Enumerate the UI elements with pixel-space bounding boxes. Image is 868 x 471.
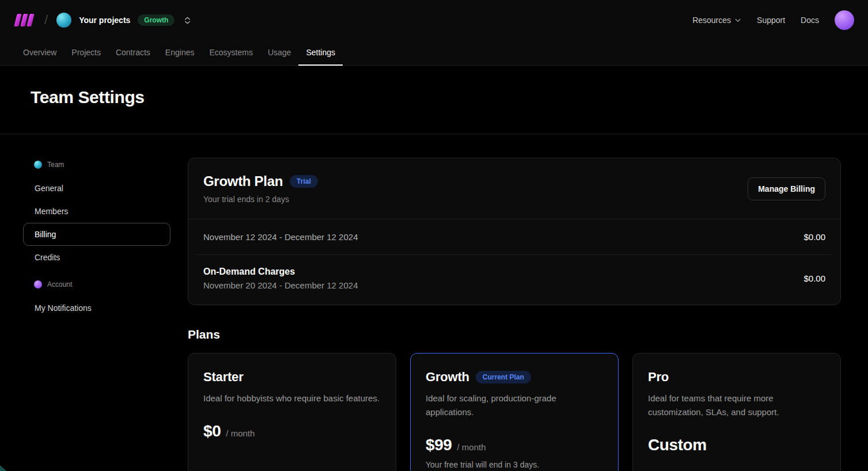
- on-demand-range: November 20 2024 - December 12 2024: [203, 280, 358, 290]
- docs-link[interactable]: Docs: [801, 16, 819, 25]
- on-demand-title: On-Demand Charges: [203, 267, 358, 277]
- main-tabbar: Overview Projects Contracts Engines Ecos…: [0, 40, 868, 66]
- topbar: / Your projects Growth Resources Support…: [0, 0, 868, 40]
- trial-ends-note: Your trial ends in 2 days: [203, 195, 318, 204]
- sidebar-item-my-notifications[interactable]: My Notifications: [23, 297, 170, 320]
- on-demand-info: On-Demand Charges November 20 2024 - Dec…: [203, 267, 358, 290]
- plan-name-row: Pro: [648, 370, 825, 385]
- plan-price-row-starter: $0 / month: [203, 422, 381, 440]
- resources-label: Resources: [692, 16, 731, 25]
- current-plan-badge: Current Plan: [476, 371, 531, 383]
- topbar-nav: Resources Support Docs: [692, 10, 854, 30]
- plan-price-row-growth: $99 / month: [426, 436, 603, 454]
- trial-badge: Trial: [290, 175, 318, 188]
- plan-card-growth: Growth Current Plan Ideal for scaling, p…: [410, 353, 619, 471]
- resources-menu[interactable]: Resources: [692, 16, 741, 25]
- settings-sidebar: Team General Members Billing Credits Acc…: [23, 158, 170, 471]
- sidebar-group-team: Team: [23, 158, 170, 172]
- page-title: Team Settings: [31, 88, 868, 107]
- plan-name-pro: Pro: [648, 370, 669, 385]
- sidebar-group-account: Account: [23, 278, 170, 291]
- tab-projects[interactable]: Projects: [64, 40, 108, 66]
- team-group-label: Team: [47, 161, 64, 169]
- team-name[interactable]: Your projects: [79, 16, 130, 25]
- plans-grid: Starter Ideal for hobbyists who require …: [188, 353, 841, 471]
- plan-price-pro: Custom: [648, 436, 707, 454]
- page-title-band: Team Settings: [0, 66, 868, 134]
- account-dot-icon: [34, 280, 42, 288]
- billing-main: Growth Plan Trial Your trial ends in 2 d…: [188, 158, 841, 471]
- team-plan-badge: Growth: [138, 14, 175, 26]
- plan-name-row: Growth Current Plan: [426, 370, 603, 385]
- tab-usage[interactable]: Usage: [260, 40, 298, 66]
- plan-per-growth: / month: [457, 442, 486, 452]
- current-plan-title: Growth Plan: [203, 173, 283, 189]
- plan-name-row: Starter: [203, 370, 381, 385]
- on-demand-amount: $0.00: [803, 274, 825, 283]
- plan-trial-note-growth: Your free trial will end in 3 days.: [426, 460, 603, 469]
- tab-overview[interactable]: Overview: [16, 40, 64, 66]
- plan-name-starter: Starter: [203, 370, 244, 385]
- chevrons-up-down-icon[interactable]: [183, 16, 192, 25]
- on-demand-charges-row: On-Demand Charges November 20 2024 - Dec…: [188, 255, 840, 305]
- plan-price-growth: $99: [426, 436, 452, 454]
- plan-card-starter: Starter Ideal for hobbyists who require …: [188, 353, 396, 471]
- plan-card-pro: Pro Ideal for teams that require more cu…: [632, 353, 841, 471]
- sidebar-item-billing[interactable]: Billing: [23, 223, 170, 246]
- tab-settings[interactable]: Settings: [298, 40, 343, 66]
- sidebar-item-general[interactable]: General: [23, 177, 170, 200]
- support-link[interactable]: Support: [757, 16, 785, 25]
- sidebar-item-members[interactable]: Members: [23, 200, 170, 223]
- billing-period-row: November 12 2024 - December 12 2024 $0.0…: [188, 219, 840, 255]
- plan-price-row-pro: Custom: [648, 436, 825, 454]
- team-avatar[interactable]: [56, 13, 71, 28]
- tab-engines[interactable]: Engines: [158, 40, 202, 66]
- plan-desc-starter: Ideal for hobbyists who require basic fe…: [203, 392, 381, 405]
- chevron-down-icon: [734, 17, 741, 24]
- plan-desc-growth: Ideal for scaling, production-grade appl…: [426, 392, 603, 419]
- manage-billing-button[interactable]: Manage Billing: [748, 177, 825, 200]
- team-dot-icon: [34, 161, 42, 169]
- tab-contracts[interactable]: Contracts: [108, 40, 158, 66]
- account-group-label: Account: [47, 280, 72, 288]
- plans-heading: Plans: [188, 328, 841, 341]
- plan-per-starter: / month: [226, 428, 255, 438]
- bottom-left-artifact: [0, 465, 6, 471]
- billing-period-range: November 12 2024 - December 12 2024: [203, 232, 358, 242]
- content: Team General Members Billing Credits Acc…: [0, 134, 868, 471]
- plan-title-row: Growth Plan Trial: [203, 173, 318, 189]
- plan-price-starter: $0: [203, 422, 221, 440]
- tab-ecosystems[interactable]: Ecosystems: [202, 40, 260, 66]
- billing-period-amount: $0.00: [803, 232, 825, 242]
- thirdweb-logo-icon[interactable]: [14, 13, 36, 27]
- billing-card-header: Growth Plan Trial Your trial ends in 2 d…: [188, 158, 840, 219]
- topbar-left: / Your projects Growth: [14, 13, 192, 28]
- plan-desc-pro: Ideal for teams that require more custom…: [648, 392, 825, 419]
- breadcrumb-separator: /: [44, 13, 48, 28]
- billing-summary-card: Growth Plan Trial Your trial ends in 2 d…: [188, 158, 841, 305]
- user-avatar[interactable]: [835, 10, 854, 30]
- sidebar-item-credits[interactable]: Credits: [23, 246, 170, 269]
- plan-name-growth: Growth: [426, 370, 469, 385]
- billing-plan-info: Growth Plan Trial Your trial ends in 2 d…: [203, 173, 318, 204]
